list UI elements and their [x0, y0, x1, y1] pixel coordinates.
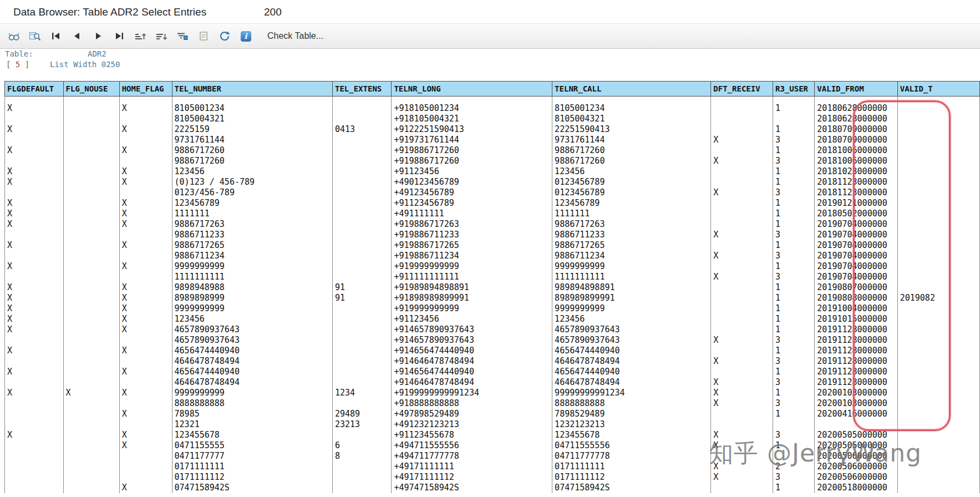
table-row[interactable]: XX898989899991+9189898989999189898989999…	[5, 293, 980, 303]
next-page-icon[interactable]	[91, 29, 105, 43]
table-cell	[897, 261, 979, 272]
table-row[interactable]: XXX99999999991234+9199999999991234999999…	[5, 388, 980, 398]
table-row[interactable]: XX9886717260+919886717260988671726012018…	[5, 145, 980, 156]
table-row[interactable]: XX989894898891+9198989489889198989489889…	[5, 282, 980, 293]
table-cell: X	[5, 314, 64, 324]
table-cell: 1	[773, 324, 815, 335]
table-cell: X	[711, 335, 773, 346]
column-header-flg_nouse[interactable]: FLG_NOUSE	[63, 82, 119, 97]
table-row[interactable]: X7898529489+4978985294897898529489120200…	[5, 409, 980, 419]
table-cell	[332, 398, 391, 409]
table-cell: 4646478748494	[172, 356, 332, 367]
previous-page-icon[interactable]	[70, 29, 84, 43]
table-cell: 9886717260	[172, 145, 332, 156]
table-row[interactable]: XX8105001234+918105001234810500123412018…	[5, 97, 980, 114]
table-cell	[773, 419, 815, 430]
info-icon[interactable]: i	[238, 29, 253, 43]
find-icon[interactable]	[28, 29, 42, 43]
table-cell	[897, 335, 979, 346]
table-row[interactable]: 9886711234+9198867112349886711234X320190…	[5, 251, 980, 261]
table-row[interactable]: XX(0)123 / 456-789+490123456789012345678…	[5, 177, 980, 187]
first-page-icon[interactable]	[49, 29, 63, 43]
table-row[interactable]: 9886717260+9198867172609886717260X320181…	[5, 156, 980, 166]
table-row[interactable]: XX1111111+491111111111111112018050200000…	[5, 209, 980, 219]
table-cell: 20191004000000	[815, 303, 897, 314]
table-row[interactable]: 8888888888+9188888888888888888888X320200…	[5, 398, 980, 409]
filter-icon[interactable]	[175, 29, 190, 43]
table-row[interactable]: XX4656474440940+914656474440940465647444…	[5, 367, 980, 377]
table-cell	[897, 114, 979, 124]
table-name: ADR2	[88, 49, 106, 58]
table-row[interactable]: 8105004321+91810500432181050043212018062…	[5, 114, 980, 124]
check-table-button[interactable]: Check Table...	[267, 31, 323, 41]
column-header-r3_user[interactable]: R3_USER	[773, 82, 815, 97]
table-row[interactable]: 4646478748494+91464647874849446464787484…	[5, 377, 980, 388]
display-icon[interactable]	[7, 29, 21, 43]
column-header-telnr_long[interactable]: TELNR_LONG	[392, 82, 552, 97]
table-row[interactable]: 9731761144+9197317611449731761144X320180…	[5, 135, 980, 145]
table-cell	[5, 272, 64, 282]
column-header-tel_number[interactable]: TEL_NUMBER	[172, 82, 332, 97]
table-cell: 20200103000000	[815, 388, 897, 398]
table-cell: X	[63, 388, 119, 398]
column-header-tel_extens[interactable]: TEL_EXTENS	[332, 82, 391, 97]
table-cell	[897, 282, 979, 293]
table-cell	[63, 367, 119, 377]
table-row[interactable]: 0171111112+491711111120171111112X3202005…	[5, 472, 980, 483]
column-header-flgdefault[interactable]: FLGDEFAULT	[5, 82, 64, 97]
table-cell	[63, 187, 119, 198]
table-row[interactable]: 4657890937643+91465789093764346578909376…	[5, 335, 980, 346]
table-cell: 123455678	[552, 430, 711, 440]
sort-ascending-icon[interactable]	[133, 29, 148, 43]
table-cell: X	[119, 367, 172, 377]
table-row[interactable]: XX123456789+9112345678912345678912019012…	[5, 198, 980, 209]
table-cell: +914657890937643	[392, 335, 552, 346]
last-page-icon[interactable]	[112, 29, 126, 43]
table-row[interactable]: XX22251590413+91222515904132225159041312…	[5, 124, 980, 135]
table-row[interactable]: X0747158942S+49747158942S0747158942S1202…	[5, 483, 980, 493]
table-cell	[119, 135, 172, 145]
table-row[interactable]: XX9886717265+919886717265988671726512019…	[5, 240, 980, 251]
column-header-telnr_call[interactable]: TELNR_CALL	[552, 82, 711, 97]
table-cell	[711, 209, 773, 219]
table-cell: X	[5, 145, 64, 156]
column-header-valid_t[interactable]: VALID_T	[897, 82, 979, 97]
table-info: Table: ADR2 [ 5 ] List Width 0250	[5, 49, 33, 70]
column-header-valid_from[interactable]: VALID_FROM	[815, 82, 897, 97]
table-cell: 6	[332, 440, 391, 451]
table-cell: 23213	[332, 419, 391, 430]
table-row[interactable]: XX9999999999+919999999999999999999912019…	[5, 261, 980, 272]
table-cell: 3	[773, 472, 815, 483]
table-cell: 20181023000000	[815, 166, 897, 177]
table-cell: 9898948988	[172, 282, 332, 293]
table-cell: 1	[773, 367, 815, 377]
table-cell: 8989898999	[172, 293, 332, 303]
table-row[interactable]: 0123/456-789+491234567890123456789X32018…	[5, 187, 980, 198]
table-cell: +91898989899991	[392, 293, 552, 303]
table-cell: 123456	[552, 166, 711, 177]
table-row[interactable]: XX123456+91123456123456120191015000000	[5, 314, 980, 324]
table-row[interactable]: 4646478748494+91464647874849446464787484…	[5, 356, 980, 367]
table-cell: X	[119, 314, 172, 324]
table-cell: 20190704000000	[815, 230, 897, 240]
sort-descending-icon[interactable]	[154, 29, 169, 43]
table-row[interactable]: XX9886717263+919886717263988671726312019…	[5, 219, 980, 230]
table-row[interactable]: 1232123213+4912321232131232123213	[5, 419, 980, 430]
table-cell: 123456	[172, 166, 332, 177]
print-icon[interactable]	[196, 29, 211, 43]
table-row[interactable]: XX9999999999+919999999999999999999912019…	[5, 303, 980, 314]
table-cell: +49747158942S	[392, 483, 552, 493]
table-row[interactable]: 9886711233+9198867112339886711233X320190…	[5, 230, 980, 240]
table-row[interactable]: XX4656474440940+914656474440940465647444…	[5, 346, 980, 356]
table-row[interactable]: XX4657890937643+914657890937643465789093…	[5, 324, 980, 335]
table-cell: 9886717260	[172, 156, 332, 166]
table-cell: 0471177777	[172, 451, 332, 462]
column-header-home_flag[interactable]: HOME_FLAG	[119, 82, 172, 97]
table-row[interactable]: XX123456+91123456123456120181023000000	[5, 166, 980, 177]
column-header-dft_receiv[interactable]: DFT_RECEIV	[711, 82, 773, 97]
table-row[interactable]: 1111111111+9111111111111111111111X320190…	[5, 272, 980, 282]
refresh-icon[interactable]	[217, 29, 232, 43]
table-cell: 1232123213	[552, 419, 711, 430]
table-cell	[897, 177, 979, 187]
table-cell	[63, 409, 119, 419]
